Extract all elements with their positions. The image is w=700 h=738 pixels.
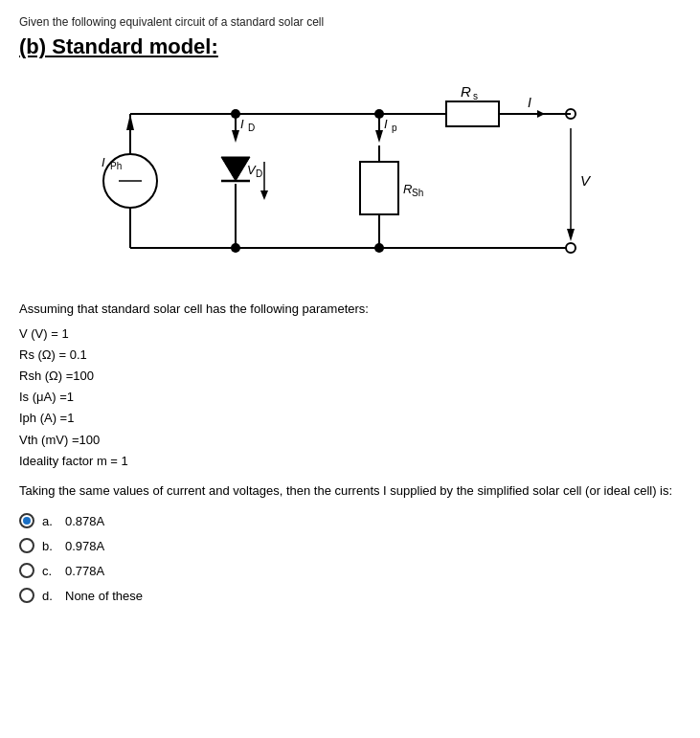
- option-c[interactable]: c. 0.778A: [19, 563, 681, 578]
- svg-text:I: I: [102, 155, 105, 169]
- option-b[interactable]: b. 0.978A: [19, 538, 681, 553]
- params-intro: Assuming that standard solar cell has th…: [19, 299, 681, 320]
- svg-text:D: D: [248, 123, 255, 133]
- param-vth: Vth (mV) =100: [19, 430, 681, 451]
- svg-marker-35: [375, 130, 383, 143]
- svg-marker-12: [537, 110, 545, 118]
- radio-a[interactable]: [19, 513, 34, 528]
- section-title: (b) Standard model:: [19, 34, 681, 59]
- option-a-label: a.: [42, 514, 59, 528]
- option-c-label: c.: [42, 564, 59, 578]
- param-iph: Iph (A) =1: [19, 408, 681, 429]
- radio-a-inner: [23, 517, 31, 525]
- svg-text:p: p: [392, 123, 397, 133]
- svg-text:R: R: [461, 83, 471, 100]
- param-rsh: Rsh (Ω) =100: [19, 366, 681, 387]
- params-section: Assuming that standard solar cell has th…: [19, 299, 681, 472]
- svg-text:Ph: Ph: [110, 161, 122, 171]
- svg-text:D: D: [256, 168, 262, 179]
- svg-text:s: s: [473, 91, 478, 101]
- param-v: V (V) = 1: [19, 324, 681, 345]
- option-d[interactable]: d. None of these: [19, 588, 681, 603]
- svg-text:I: I: [240, 117, 244, 131]
- svg-marker-33: [260, 190, 268, 200]
- svg-text:R: R: [403, 182, 412, 196]
- svg-marker-24: [232, 130, 239, 143]
- svg-text:V: V: [580, 172, 592, 189]
- option-a[interactable]: a. 0.878A: [19, 513, 681, 528]
- option-b-value: 0.978A: [65, 539, 104, 553]
- svg-text:Sh: Sh: [412, 188, 423, 198]
- svg-rect-39: [360, 162, 398, 214]
- svg-text:I: I: [384, 117, 388, 131]
- svg-point-4: [566, 243, 576, 253]
- svg-marker-16: [126, 114, 134, 130]
- svg-marker-44: [567, 229, 575, 241]
- svg-marker-27: [221, 157, 250, 181]
- options-list: a. 0.878A b. 0.978A c. 0.778A d. None of…: [19, 513, 681, 603]
- circuit-diagram: R s I I Ph I D: [19, 71, 681, 281]
- svg-text:I: I: [528, 95, 531, 110]
- svg-rect-6: [446, 101, 499, 126]
- option-d-value: None of these: [65, 589, 143, 603]
- option-a-value: 0.878A: [65, 514, 104, 528]
- option-c-value: 0.778A: [65, 564, 104, 578]
- param-is: Is (μA) =1: [19, 387, 681, 408]
- option-b-label: b.: [42, 539, 59, 553]
- radio-c[interactable]: [19, 563, 34, 578]
- param-m: Ideality factor m = 1: [19, 451, 681, 472]
- intro-text: Given the following equivalent circuit o…: [19, 15, 681, 29]
- question-text: Taking the same values of current and vo…: [19, 481, 681, 501]
- param-rs: Rs (Ω) = 0.1: [19, 345, 681, 366]
- radio-d[interactable]: [19, 588, 34, 603]
- radio-b[interactable]: [19, 538, 34, 553]
- option-d-label: d.: [42, 589, 59, 603]
